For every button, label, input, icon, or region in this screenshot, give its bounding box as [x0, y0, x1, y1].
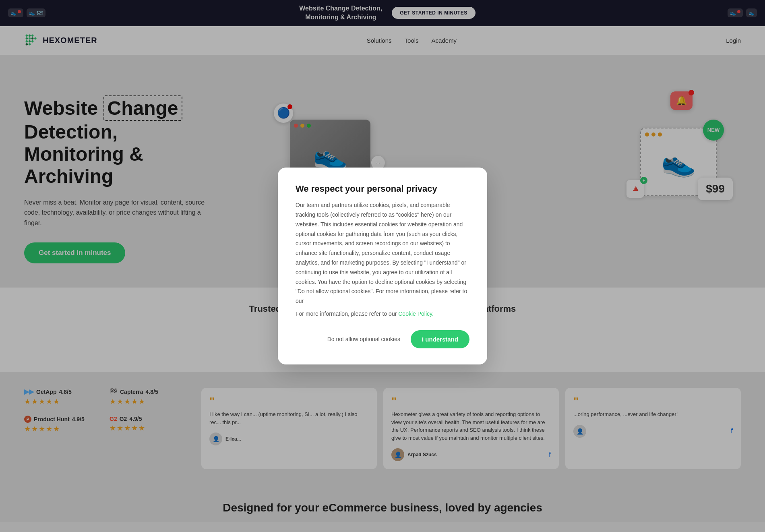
cookie-actions: Do not allow optional cookies I understa… — [296, 330, 469, 348]
decline-cookies-button[interactable]: Do not allow optional cookies — [323, 332, 404, 346]
cookie-policy-link[interactable]: Cookie Policy. — [398, 311, 434, 317]
cookie-overlay: We respect your personal privacy Our tea… — [0, 0, 765, 522]
cookie-policy-line: For more information, please refer to ou… — [296, 309, 469, 319]
cookie-modal: We respect your personal privacy Our tea… — [278, 168, 487, 364]
cookie-body: Our team and partners utilize cookies, p… — [296, 201, 469, 306]
accept-cookies-button[interactable]: I understand — [411, 330, 469, 348]
cookie-title: We respect your personal privacy — [296, 184, 469, 194]
